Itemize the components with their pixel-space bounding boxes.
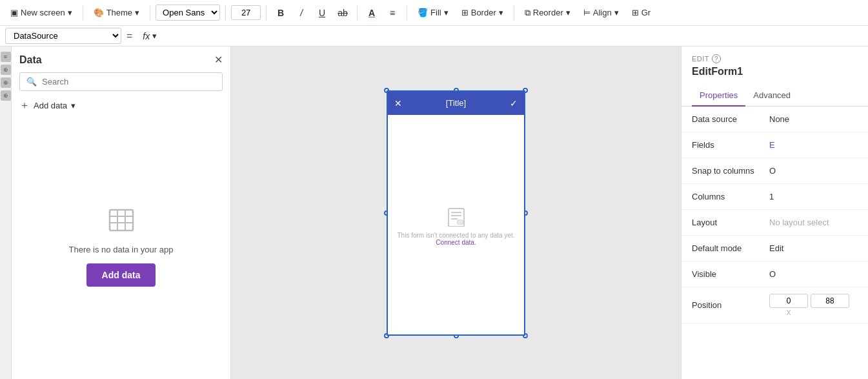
- phone-body: This form isn't connected to any data ye…: [388, 115, 524, 337]
- layout-value: No layout select: [769, 218, 858, 227]
- strikethrough-label: ab: [338, 8, 348, 18]
- underline-label: U: [319, 8, 325, 18]
- divider-2: [150, 5, 150, 21]
- edge-tool-3[interactable]: ⊕: [1, 77, 11, 88]
- edge-tool-1[interactable]: ≡: [1, 52, 11, 62]
- table-icon: [106, 205, 137, 236]
- visible-row: Visible O: [681, 261, 868, 287]
- phone-title: [Title]: [446, 98, 466, 108]
- align-right-button[interactable]: ⊨ Align ▾: [578, 5, 624, 20]
- phone-check-icon[interactable]: ✓: [510, 98, 518, 108]
- sidebar-close-button[interactable]: ✕: [214, 55, 223, 65]
- snap-to-columns-label: Snap to columns: [692, 166, 769, 176]
- fill-icon: 🪣: [418, 8, 428, 17]
- new-screen-label: New screen: [21, 8, 65, 17]
- align-right-icon: ⊨: [583, 8, 590, 17]
- divider-7: [514, 5, 514, 21]
- italic-button[interactable]: /: [292, 4, 310, 22]
- columns-label: Columns: [692, 192, 769, 201]
- border-icon: ⊞: [461, 8, 469, 17]
- strikethrough-button[interactable]: ab: [334, 4, 352, 22]
- underline-button[interactable]: U: [313, 4, 331, 22]
- visible-value: O: [769, 269, 858, 279]
- phone-empty-text: This form isn't connected to any data ye…: [397, 232, 514, 246]
- canvas-area[interactable]: ✕ [Title] ✓ This form isn't: [231, 46, 681, 379]
- new-screen-chevron-icon: ▾: [68, 8, 72, 17]
- fill-button[interactable]: 🪣 Fill ▾: [412, 5, 454, 20]
- empty-state-text: There is no data in your app: [69, 245, 174, 254]
- grid-button[interactable]: ⊞ Gr: [627, 5, 656, 20]
- phone-connect-link[interactable]: Connect data.: [397, 239, 514, 246]
- divider-6: [407, 5, 407, 21]
- align-label: ≡: [390, 8, 395, 18]
- grid-icon: ⊞: [632, 8, 639, 17]
- add-data-large-label: Add data: [102, 270, 141, 280]
- reorder-icon: ⧉: [525, 8, 530, 18]
- phone-frame: ✕ [Title] ✓ This form isn't: [387, 90, 525, 336]
- grid-label: Gr: [641, 8, 651, 17]
- left-edge-tools: ≡ ⊕ ⊕ ⊕: [0, 46, 12, 379]
- phone-close-icon[interactable]: ✕: [394, 98, 402, 108]
- main-content: ≡ ⊕ ⊕ ⊕ Data ✕ 🔍 ＋ Add data ▾: [0, 46, 868, 379]
- font-size-input[interactable]: [231, 5, 261, 20]
- divider-5: [357, 5, 358, 21]
- help-icon[interactable]: ?: [712, 54, 721, 63]
- fx-button[interactable]: fx ▾: [137, 28, 162, 44]
- font-color-button[interactable]: A: [363, 4, 381, 22]
- position-x-label: X: [787, 309, 791, 316]
- edit-label: EDIT ?: [692, 54, 858, 63]
- add-data-small-button[interactable]: ＋ Add data ▾: [19, 97, 223, 114]
- bold-button[interactable]: B: [272, 4, 290, 22]
- datasource-value: None: [769, 114, 858, 124]
- component-name: EditForm1: [692, 66, 858, 77]
- add-data-chevron-icon: ▾: [71, 101, 76, 110]
- position-y-wrap: [811, 294, 849, 316]
- divider-3: [225, 5, 226, 21]
- fields-label: Fields: [692, 140, 769, 150]
- fields-value-link[interactable]: E: [769, 140, 858, 150]
- fields-row: Fields E: [681, 132, 868, 158]
- layout-label: Layout: [692, 218, 769, 227]
- edge-tool-2[interactable]: ⊕: [1, 65, 11, 75]
- align-button[interactable]: ≡: [383, 4, 401, 22]
- align-right-chevron-icon: ▾: [614, 8, 619, 17]
- datasource-select[interactable]: DataSource: [5, 28, 121, 44]
- columns-row: Columns 1: [681, 184, 868, 210]
- edge-tool-4[interactable]: ⊕: [1, 90, 11, 101]
- fill-chevron-icon: ▾: [444, 8, 449, 17]
- edit-text: EDIT: [692, 55, 709, 63]
- theme-button[interactable]: 🎨 Theme ▾: [88, 5, 145, 20]
- phone-header: ✕ [Title] ✓: [388, 92, 524, 115]
- position-y-input[interactable]: [811, 294, 849, 308]
- tab-advanced[interactable]: Advanced: [745, 85, 798, 107]
- default-mode-value: Edit: [769, 243, 858, 253]
- border-button[interactable]: ⊞ Border ▾: [456, 5, 509, 20]
- italic-label: /: [300, 8, 303, 18]
- search-box: 🔍: [19, 72, 223, 91]
- add-data-large-button[interactable]: Add data: [86, 263, 156, 287]
- reorder-chevron-icon: ▾: [566, 8, 570, 17]
- formula-input[interactable]: [167, 29, 863, 43]
- position-row: Position X: [681, 287, 868, 323]
- border-label: Border: [471, 8, 496, 17]
- datasource-label: Data source: [692, 114, 769, 124]
- reorder-button[interactable]: ⧉ Reorder ▾: [520, 5, 576, 21]
- position-x-wrap: X: [769, 294, 808, 316]
- position-input-group: X: [769, 294, 858, 316]
- snap-to-columns-value: O: [769, 166, 858, 176]
- new-screen-button[interactable]: ▣ New screen ▾: [5, 5, 77, 20]
- phone-empty-line1: This form isn't connected to any data ye…: [397, 232, 514, 239]
- search-icon: 🔍: [26, 77, 37, 87]
- visible-label: Visible: [692, 269, 769, 279]
- tab-properties[interactable]: Properties: [692, 85, 745, 107]
- screen-icon: ▣: [10, 8, 18, 17]
- fx-chevron-icon: ▾: [152, 31, 157, 41]
- sidebar-empty-state: There is no data in your app Add data: [19, 120, 223, 371]
- default-mode-row: Default mode Edit: [681, 236, 868, 261]
- search-input[interactable]: [42, 77, 216, 87]
- font-family-select[interactable]: Open Sans: [156, 5, 220, 21]
- phone-mockup[interactable]: ✕ [Title] ✓ This form isn't: [387, 90, 525, 336]
- font-color-label: A: [368, 8, 375, 18]
- align-right-label: Align: [593, 8, 612, 17]
- position-x-input[interactable]: [769, 294, 808, 308]
